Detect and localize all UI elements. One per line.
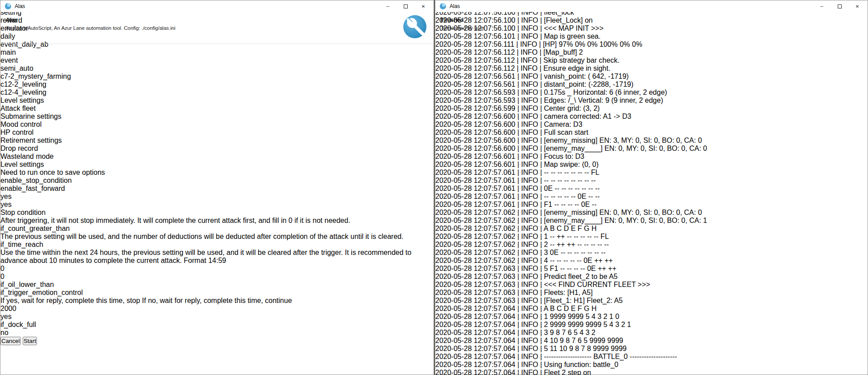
log-line: 2020-05-28 12:07:56.600 | INFO | camera … xyxy=(435,113,868,121)
desktop: Alas ─ ✕ Alas AzurLaneAutoScript, An Azu… xyxy=(0,0,868,375)
log-line: 2020-05-28 12:07:57.064 | INFO | 4 10 9 … xyxy=(435,337,868,345)
tab-hp-control[interactable]: HP control xyxy=(0,129,434,137)
log-line: 2020-05-28 12:07:56.112 | INFO | Ensure … xyxy=(435,65,868,73)
if-oil-lower-than-label: if_oil_lower_than xyxy=(0,281,434,289)
log-line: 2020-05-28 12:07:56.600 | INFO | Camera:… xyxy=(435,121,868,129)
log-line: 2020-05-28 12:07:57.061 | INFO | -- -- -… xyxy=(435,169,868,177)
log-line: 2020-05-28 12:07:56.111 | INFO | [HP] 97… xyxy=(435,40,868,48)
log-line: 2020-05-28 12:07:57.064 | INFO | 2 9999 … xyxy=(435,321,868,329)
log-line: 2020-05-28 12:07:56.601 | INFO | Map swi… xyxy=(435,161,868,169)
alas-logo-icon xyxy=(5,3,11,9)
level-settings-panel: Level settings Need to run once to save … xyxy=(0,161,434,337)
log-line: 2020-05-28 12:07:56.561 | INFO | vanish_… xyxy=(435,73,868,81)
run-status-title: Finished xyxy=(441,17,463,23)
if-time-reach-input[interactable]: 0 xyxy=(0,273,434,281)
window-title: Alas xyxy=(15,3,25,9)
sidebar-item-c7-2_mystery_farming[interactable]: c7-2_mystery_farming xyxy=(0,73,434,81)
maximize-icon xyxy=(838,4,842,8)
close-icon: ✕ xyxy=(422,4,425,9)
log-line: 2020-05-28 12:07:57.064 | INFO | 5 11 10… xyxy=(435,345,868,353)
enable-fast-forward-select[interactable]: yes xyxy=(0,201,434,209)
run-status-subtitle: Terminated by user xyxy=(441,25,484,31)
section-heading: Level settings xyxy=(0,161,434,169)
close-button[interactable]: ✕ xyxy=(414,0,432,12)
tools-badge xyxy=(403,15,426,38)
if-count-greater-than-label: if_count_greater_than xyxy=(0,225,434,233)
minimize-button[interactable]: ─ xyxy=(379,0,397,12)
sidebar-item-c12-2_leveling[interactable]: c12-2_leveling xyxy=(0,81,434,89)
wrench-screwdriver-icon xyxy=(403,15,426,38)
if-trigger-emotion-control-select[interactable]: yes xyxy=(0,313,434,321)
log-line: 2020-05-28 12:07:57.063 | INFO | Predict… xyxy=(435,273,868,281)
enable-stop-condition-select[interactable]: yes xyxy=(0,193,434,201)
if-dock-full-select[interactable]: no xyxy=(0,329,266,337)
log-line: 2020-05-28 12:07:57.061 | INFO | -- -- -… xyxy=(435,193,868,201)
minimize-button[interactable]: ─ xyxy=(813,0,831,12)
log-line: 2020-05-28 12:07:57.064 | INFO | 1 9999 … xyxy=(435,313,868,321)
enable-stop-condition-label: enable_stop_condition xyxy=(0,177,434,185)
log-line: 2020-05-28 12:07:57.064 | INFO | -------… xyxy=(435,353,868,361)
log-line: 2020-05-28 12:07:56.100 | INFO | [Fleet_… xyxy=(435,16,868,24)
log-line: 2020-05-28 12:07:57.062 | INFO | 4 -- --… xyxy=(435,257,868,265)
log-line: 2020-05-28 12:07:56.561 | INFO | distant… xyxy=(435,81,868,89)
log-line: 2020-05-28 12:07:57.062 | INFO | 3 0E --… xyxy=(435,249,868,257)
alas-settings-window: Alas ─ ✕ Alas AzurLaneAutoScript, An Azu… xyxy=(0,0,434,375)
sidebar-item-c12-4_leveling[interactable]: c12-4_leveling xyxy=(0,89,434,97)
alas-logo-icon xyxy=(440,3,446,9)
close-button[interactable]: ✕ xyxy=(848,0,866,12)
log-line: 2020-05-28 12:07:57.063 | INFO | <<< FIN… xyxy=(435,281,868,289)
log-line: 2020-05-28 12:07:57.064 | INFO | Fleet 2… xyxy=(435,369,868,375)
log-line: 2020-05-28 12:07:57.064 | INFO | A B C D… xyxy=(435,305,868,313)
sidebar-item-daily[interactable]: daily xyxy=(0,32,434,40)
minimize-icon: ─ xyxy=(820,4,823,9)
section-note: Need to run once to save options xyxy=(0,169,434,177)
log-line: 2020-05-28 12:07:57.061 | INFO | F1 -- -… xyxy=(435,201,868,209)
maximize-button[interactable] xyxy=(831,0,848,12)
log-line: 2020-05-28 12:07:56.112 | INFO | [Map_bu… xyxy=(435,48,868,56)
select-value: no xyxy=(0,329,8,336)
log-line: 2020-05-28 12:07:56.601 | INFO | Focus t… xyxy=(435,153,868,161)
titlebar[interactable]: Alas ─ ✕ xyxy=(0,0,434,12)
log-line: 2020-05-28 12:07:57.064 | INFO | Using f… xyxy=(435,361,868,369)
if-time-reach-desc: Use the time within the next 24 hours, t… xyxy=(0,249,434,265)
log-line: 2020-05-28 12:07:56.600 | INFO | [enemy_… xyxy=(435,137,868,145)
log-line: 2020-05-28 12:07:57.063 | INFO | 5 F1 --… xyxy=(435,265,868,273)
log-line: 2020-05-28 12:07:56.593 | INFO | 0.175s … xyxy=(435,89,868,97)
titlebar[interactable]: Alas ─ ✕ xyxy=(435,0,868,12)
log-line: 2020-05-28 12:07:56.112 | INFO | Skip st… xyxy=(435,56,868,65)
tab-wasteland-mode[interactable]: Wasteland mode xyxy=(0,153,434,161)
log-line: 2020-05-28 12:07:57.061 | INFO | -- -- -… xyxy=(435,177,868,185)
sidebar-item-semi_auto[interactable]: semi_auto xyxy=(0,65,434,73)
log-line: 2020-05-28 12:07:56.600 | INFO | [enemy_… xyxy=(435,145,868,153)
log-line: 2020-05-28 12:07:57.062 | INFO | 1 -- ++… xyxy=(435,233,868,241)
sidebar-item-event_daily_ab[interactable]: event_daily_ab xyxy=(0,40,434,48)
app-title: Alas xyxy=(6,17,17,23)
sidebar-item-reward[interactable]: reward xyxy=(0,16,434,24)
if-count-greater-than-input[interactable]: 0 xyxy=(0,265,434,273)
start-button[interactable]: Start xyxy=(23,337,37,345)
function-list: settingrewardemulatordailyevent_daily_ab… xyxy=(0,8,434,97)
tab-attack-fleet[interactable]: Attack fleet xyxy=(0,105,434,113)
log-line: 2020-05-28 12:07:56.593 | INFO | Edges: … xyxy=(435,97,868,105)
stopped-badge xyxy=(843,14,866,37)
header-divider xyxy=(0,44,434,44)
if-oil-lower-than-input[interactable]: 2000 xyxy=(0,305,434,313)
cancel-button[interactable]: Cancel xyxy=(0,337,21,345)
log-text: 2020-05-28 12:07:56.100 | INFO | fleet_l… xyxy=(435,8,868,375)
tab-level-settings[interactable]: Level settings xyxy=(0,97,434,105)
maximize-button[interactable] xyxy=(397,0,414,12)
alas-log-window: Alas ─ ✕ Finished Terminated by user Sta… xyxy=(435,0,868,375)
window-controls: ─ ✕ xyxy=(379,0,432,12)
log-output[interactable]: 2020-05-28 12:07:56.100 | INFO | fleet_l… xyxy=(435,8,868,375)
if-time-reach-label: if_time_reach xyxy=(0,241,434,249)
sidebar-item-event[interactable]: event xyxy=(0,56,434,65)
log-line: 2020-05-28 12:07:57.063 | INFO | [Fleet_… xyxy=(435,297,868,305)
tab-retirement-settings[interactable]: Retirement settings xyxy=(0,137,434,145)
if-trigger-emotion-control-label: if_trigger_emotion_control xyxy=(0,289,434,297)
tab-mood-control[interactable]: Mood control xyxy=(0,121,434,129)
sidebar-item-main[interactable]: main xyxy=(0,48,434,56)
log-line: 2020-05-28 12:07:56.599 | INFO | Center … xyxy=(435,105,868,113)
tab-submarine-settings[interactable]: Submarine settings xyxy=(0,113,434,121)
log-line: 2020-05-28 12:07:56.100 | INFO | <<< MAP… xyxy=(435,24,868,32)
tab-drop-record[interactable]: Drop record xyxy=(0,145,434,153)
